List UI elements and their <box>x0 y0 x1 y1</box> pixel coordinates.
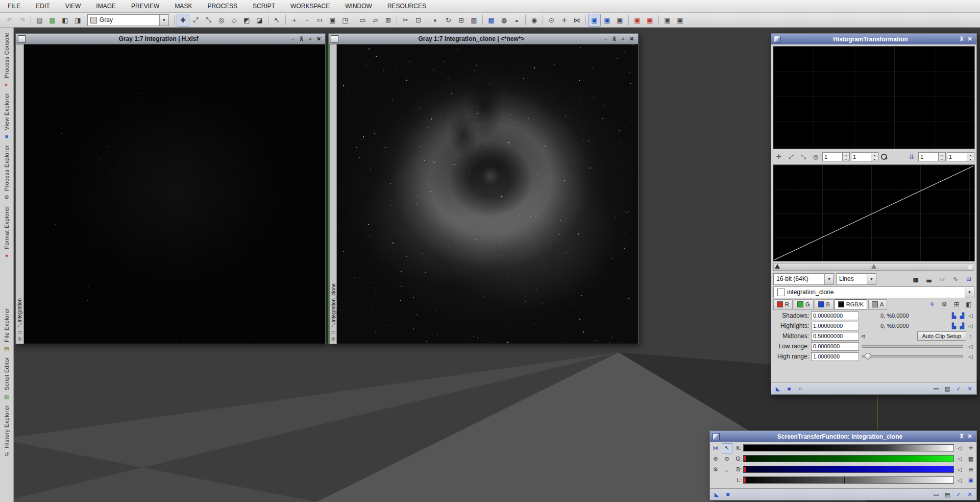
stf-k-option-icon[interactable]: ✛ <box>966 443 976 453</box>
raw-range-icon[interactable]: ⊞ <box>951 299 962 310</box>
shade-button[interactable]: – <box>601 35 610 43</box>
edit-instance-icon[interactable]: ▤ <box>943 490 951 498</box>
channel-rgb-k-button[interactable]: RGB/K <box>835 299 867 310</box>
zoom-out-icon[interactable]: ⊖ <box>722 454 732 464</box>
shadows-marker[interactable] <box>775 264 780 269</box>
midtones-erase-icon[interactable]: ⊲ <box>859 332 867 340</box>
stf-paste-icon[interactable]: ▣ <box>674 14 687 27</box>
reset-icon[interactable]: ✕ <box>966 490 974 498</box>
new-image-window-icon[interactable]: ▦ <box>46 14 59 27</box>
pin-icon[interactable]: ⊼ <box>958 433 966 440</box>
view-mode-select[interactable]: Gray ▼ <box>87 14 169 26</box>
spin-up-icon[interactable]: ▴ <box>843 153 849 157</box>
stf-l-reset-icon[interactable]: ◁ <box>954 475 965 486</box>
auto-clip-setup-button[interactable]: Auto Clip Setup <box>917 331 966 341</box>
spin-up-icon[interactable]: ▴ <box>939 153 945 157</box>
stf-copy-icon[interactable]: ▣ <box>661 14 674 27</box>
readout-mode-icon[interactable]: ✛ <box>558 14 571 27</box>
spin-down-icon[interactable]: ▾ <box>967 157 974 161</box>
gear-icon[interactable]: ⚙ <box>939 299 950 310</box>
track-view-check-icon[interactable]: ✓ <box>954 385 963 393</box>
horizontal-zoom-input[interactable] <box>822 152 842 161</box>
menu-workspace[interactable]: WORKSPACE <box>283 0 337 12</box>
selection-mode-icon[interactable]: ↖ <box>271 14 283 27</box>
sidebar-item-process-explorer[interactable]: Process Explorer⚙ <box>4 145 10 201</box>
menu-resources[interactable]: RESOURCES <box>380 0 434 12</box>
window-title-bar[interactable]: Gray 1:7 integration_clone | <*new*> – ⊼… <box>329 34 638 44</box>
iconize-button[interactable]: ⊼ <box>610 35 619 43</box>
split-left-icon[interactable]: ◩ <box>240 14 253 27</box>
low-range-reset-icon[interactable]: ◁ <box>966 342 974 350</box>
edit-instance-icon[interactable]: ▤ <box>943 385 951 393</box>
plot-style-select[interactable]: Lines ▼ <box>836 273 876 285</box>
midtones-input[interactable] <box>811 332 859 341</box>
view-tab-label[interactable]: integration <box>17 46 22 322</box>
stf-k-reset-icon[interactable]: ◁ <box>954 443 965 453</box>
plot-dots-icon[interactable]: ▱ <box>937 273 948 284</box>
stf-b-reset-icon[interactable]: ◁ <box>954 465 965 475</box>
rotate-image-icon[interactable]: ↻ <box>442 14 455 27</box>
stf-edit-icon[interactable]: ▣ <box>601 14 614 27</box>
image-canvas-integration[interactable] <box>24 44 325 344</box>
swap-panel-icon[interactable]: ◧ <box>963 299 974 310</box>
plot-lines-icon[interactable]: ∿ <box>950 273 961 284</box>
enable-mask-icon[interactable]: ◍ <box>498 14 510 27</box>
fit-view-icon[interactable]: ⤢ <box>189 14 202 27</box>
shadows-clip-hist-icon[interactable]: ▙ <box>950 312 958 320</box>
high-range-input[interactable] <box>811 352 859 361</box>
image-canvas-integration-clone[interactable] <box>337 44 638 344</box>
channel-management-icon[interactable]: ⊞ <box>455 14 468 27</box>
pan-arrows-icon[interactable]: ↔ <box>722 465 732 475</box>
chevron-down-icon[interactable]: ▼ <box>824 274 834 284</box>
menu-file[interactable]: FILE <box>0 0 28 12</box>
iconize-button[interactable]: ⊼ <box>297 35 306 43</box>
low-range-input[interactable] <box>811 342 859 351</box>
curve-h-zoom-input[interactable] <box>918 152 938 161</box>
link-rgb-icon[interactable]: ⋈ <box>710 443 721 453</box>
undo-icon[interactable]: ↶ <box>3 14 16 27</box>
show-mask-icon[interactable]: ◉ <box>528 14 541 27</box>
shadows-reset-icon[interactable]: ◁ <box>966 312 974 320</box>
zoom-1-1-icon[interactable]: 1:1 <box>313 14 326 27</box>
chevron-down-icon[interactable]: ▼ <box>867 274 876 284</box>
magnifier-icon[interactable] <box>880 153 888 160</box>
histogram-window-icon[interactable]: ▥ <box>468 14 480 27</box>
shrink-view-icon[interactable]: ⤡ <box>202 14 215 27</box>
resize-icon[interactable]: ⤢ <box>18 322 21 328</box>
spin-down-icon[interactable]: ▾ <box>939 157 945 161</box>
stf-reset-icon[interactable]: ▣ <box>631 14 644 27</box>
redo-icon[interactable]: ↷ <box>16 14 29 27</box>
menu-preview[interactable]: PREVIEW <box>124 0 167 12</box>
wrench-icon[interactable]: ⚙ <box>710 465 721 475</box>
view-selector-strip[interactable]: integration ⤢ ▭ ◎ <box>16 44 24 344</box>
stf-slider-thumb[interactable] <box>844 476 845 484</box>
maximize-button[interactable]: + <box>619 35 627 43</box>
duplicate-left-icon[interactable]: ◧ <box>59 14 71 27</box>
zoom-out-icon[interactable]: − <box>301 14 313 27</box>
edit-mode-icon[interactable]: ↖ <box>722 443 732 453</box>
apply-icon[interactable]: ■ <box>785 385 793 393</box>
stf-b-option-icon[interactable]: ⊞ <box>966 465 976 475</box>
low-range-slider[interactable] <box>862 345 963 348</box>
stf-b-slider[interactable] <box>743 466 954 473</box>
resolution-select[interactable]: 16-bit (64K) ▼ <box>773 273 834 285</box>
menu-script[interactable]: SCRIPT <box>245 0 283 12</box>
maximize-button[interactable]: + <box>306 35 314 43</box>
zoom-in-icon[interactable]: + <box>288 14 301 27</box>
channel-r-button[interactable]: R <box>773 299 793 310</box>
stf-apply-icon[interactable]: ▣ <box>614 14 626 27</box>
menu-window[interactable]: WINDOW <box>337 0 380 12</box>
send-to-workspace-icon[interactable]: ▤ <box>33 14 46 27</box>
stf-g-option-icon[interactable]: ▦ <box>966 454 976 464</box>
menu-view[interactable]: VIEW <box>58 0 89 12</box>
preview-icon[interactable]: ▭ <box>17 329 22 334</box>
dynamic-crop-icon[interactable]: ⊡ <box>412 14 425 27</box>
menu-process[interactable]: PROCESS <box>200 0 245 12</box>
panel-title-bar[interactable]: ScreenTransferFunction: integration_clon… <box>710 431 976 442</box>
sidebar-item-format-explorer[interactable]: Format Explorer● <box>4 206 10 259</box>
invert-image-icon[interactable]: ◐ <box>429 14 442 27</box>
high-range-thumb[interactable] <box>865 353 871 360</box>
grid-toggle-icon[interactable]: ⊞ <box>963 273 974 284</box>
sidebar-item-view-explorer[interactable]: View Explorer■ <box>4 93 10 140</box>
shade-button[interactable]: – <box>288 35 297 43</box>
